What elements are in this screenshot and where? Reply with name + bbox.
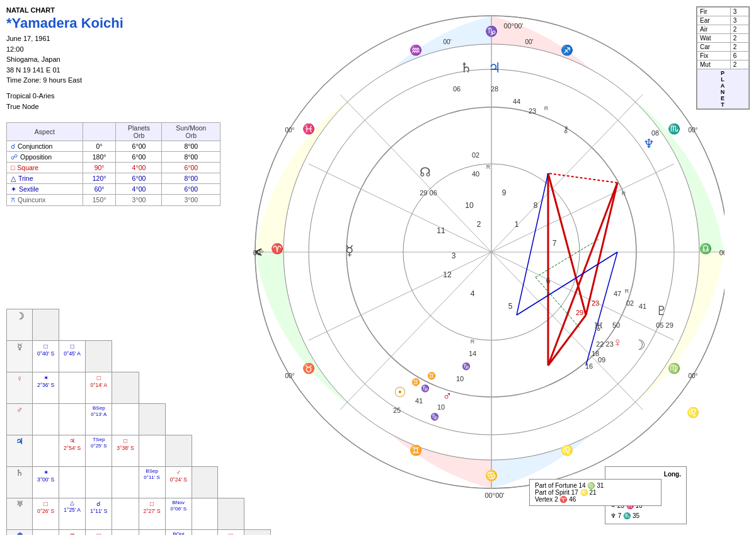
element-fire-count: 3 <box>730 8 748 16</box>
quincunx-sunmoon-orb: 3°00 <box>162 194 220 205</box>
grid-header-saturn: ♄ <box>7 467 33 498</box>
house-9: 9 <box>502 188 507 197</box>
col-sunmoon-orb: Sun/MoonOrb <box>162 122 220 141</box>
grid-cell-ne-sat <box>192 530 217 536</box>
sextile-deg: 60° <box>83 183 116 194</box>
quincunx-planets-orb: 3°00 <box>116 194 162 205</box>
retrograde-4: R <box>625 288 629 294</box>
neptune-deg: 08 <box>651 129 659 137</box>
opposition-deg: 180° <box>83 151 116 162</box>
quality-mutable-count: 2 <box>730 60 748 69</box>
outer-deg-3: 00° <box>285 127 294 134</box>
grid-cell-moon-sun <box>33 309 59 341</box>
birth-location: Shiogama, Japan <box>6 54 246 65</box>
grid-cell-jup-moon: ♃2°54' S <box>59 435 86 467</box>
deg-left: 00° <box>253 249 264 256</box>
square-symbol: □ <box>11 164 14 171</box>
grid-cell-ur-moon: △1°25' A <box>59 498 86 530</box>
person-details: June 17, 1961 12:00 Shiogama, Japan 38 N… <box>6 33 246 86</box>
grid-header-mercury: ☿ <box>7 341 33 372</box>
capricorn-sym3: ♑ <box>421 384 430 393</box>
trine-planets-orb: 6°00 <box>116 173 162 183</box>
trine-deg: 120° <box>83 173 116 183</box>
house-2: 2 <box>477 220 481 229</box>
quality-cardinal-label: Car <box>697 43 731 52</box>
grid-table: ☽ ☿ □0°40' S □0°45' A ♀ ✶2°36' <box>6 309 271 535</box>
trine-symbol: △ <box>11 175 16 182</box>
house-6: 6 <box>546 277 551 285</box>
trine-label: Trine <box>18 175 33 182</box>
grid-diag-jup <box>165 435 192 467</box>
aspect-row-quincunx: ⚻Quincunx 150° 3°00 3°00 <box>7 194 220 205</box>
retrograde-3: R <box>622 190 626 197</box>
saturn-deg: 06 <box>453 85 461 93</box>
vertex: Vertex 2 ♈ 46 <box>535 496 656 503</box>
house-4: 4 <box>471 289 475 298</box>
col-aspect: Aspect <box>7 122 83 141</box>
square-planets-orb: 4°00 <box>116 162 162 173</box>
zodiac-system: Tropical 0-Aries <box>6 91 246 102</box>
aspect-row-square: □Square 90° 4°00 6°00 <box>7 162 220 173</box>
deg-41b: 41 <box>415 397 423 405</box>
node-type: True Node <box>6 101 246 113</box>
planet-mars: ♂ <box>443 389 452 403</box>
gemini-symbol: ♊ <box>427 371 436 380</box>
sextile-label: Sextile <box>19 185 39 193</box>
outer-deg-2: 00' <box>525 38 533 45</box>
outer-deg-5: 00° <box>285 372 294 379</box>
element-earth-count: 3 <box>730 16 748 25</box>
planet-saturn: ♄ <box>460 60 472 76</box>
sextile-symbol: ✶ <box>11 185 16 193</box>
square-deg: 90° <box>83 162 116 173</box>
quincunx-deg: 150° <box>83 194 116 205</box>
aspect-grid: ☽ ☿ □0°40' S □0°45' A ♀ ✶2°36' <box>6 309 271 535</box>
grid-cell-venus-sun: ✶2°36' S <box>33 372 59 404</box>
outer-deg-4: 00° <box>688 127 697 134</box>
opposition-planets-orb: 6°00 <box>116 151 162 162</box>
element-air-label: Air <box>697 25 731 34</box>
chart-wheel: 1 2 3 4 5 6 7 8 9 10 11 12 ♑ ♐ ♏ ♎ ♍ ♌ ♋… <box>246 6 737 504</box>
pluto-deg: 05 29 <box>656 321 673 329</box>
element-fire-label: Fir <box>697 8 731 16</box>
opposition-symbol: ☍ <box>11 153 18 161</box>
grid-cell-ur-sat <box>192 498 217 530</box>
deg-10b: 10 <box>437 403 445 411</box>
quality-mutable-label: Mut <box>697 60 731 69</box>
grid-diag-mercury <box>86 341 112 372</box>
deg-29b: 29 <box>576 309 583 316</box>
long-neptune: ♆ 7 ♏ 35 <box>610 511 681 521</box>
element-counts: Fir3 Ear3 Air2 Wat2 Car2 Fix6 Mut2 PLANE… <box>696 6 750 110</box>
retrograde-5: R <box>471 338 475 345</box>
deg-02b: 02 <box>626 299 634 307</box>
leo-lower: ♌ <box>687 406 699 418</box>
element-water-count: 2 <box>730 34 748 43</box>
grid-cell-mars-moon <box>59 404 86 435</box>
planet-venus: ♀ <box>613 335 622 349</box>
sun-deg: 25 <box>393 406 401 414</box>
grid-cell-ur-sun: □0°26' S <box>33 498 59 530</box>
grid-cell-mercury-sun: □0°40' S <box>33 341 59 372</box>
left-panel: NATAL CHART *Yamadera Koichi June 17, 19… <box>6 6 246 206</box>
outer-deg-1: 00' <box>443 38 451 45</box>
birth-date: June 17, 1961 <box>6 33 246 44</box>
grid-cell-jup-mars <box>139 435 165 467</box>
deg-41: 41 <box>639 302 646 310</box>
zodiac-taurus: ♉ <box>302 362 315 374</box>
grid-row-mars: ♂ BSep0°13' A <box>7 404 271 435</box>
conjunction-deg: 0° <box>83 141 116 151</box>
house-1: 1 <box>515 220 519 229</box>
grid-cell-mars-sun <box>33 404 59 435</box>
trine-sunmoon-orb: 8°00 <box>162 173 220 183</box>
grid-cell-sat-venus <box>112 467 139 498</box>
grid-cell-ne-sun <box>33 530 59 536</box>
zodiac-aries: ♈ <box>271 243 284 255</box>
capricorn-sym: ♑ <box>430 412 439 421</box>
house-11: 11 <box>437 226 445 235</box>
house-10: 10 <box>465 201 474 210</box>
quality-fixed-label: Fix <box>697 52 731 60</box>
grid-row-uranus: ♅ □0°26' S △1°25' A ☌1°11' S □2°27' S BN… <box>7 498 271 530</box>
grid-cell-ur-jup: BNov0°06' S <box>165 498 192 530</box>
chart-type: Tropical 0-Aries True Node <box>6 91 246 113</box>
grid-row-mercury: ☿ □0°40' S □0°45' A <box>7 341 271 372</box>
retrograde-2: R <box>486 164 491 170</box>
